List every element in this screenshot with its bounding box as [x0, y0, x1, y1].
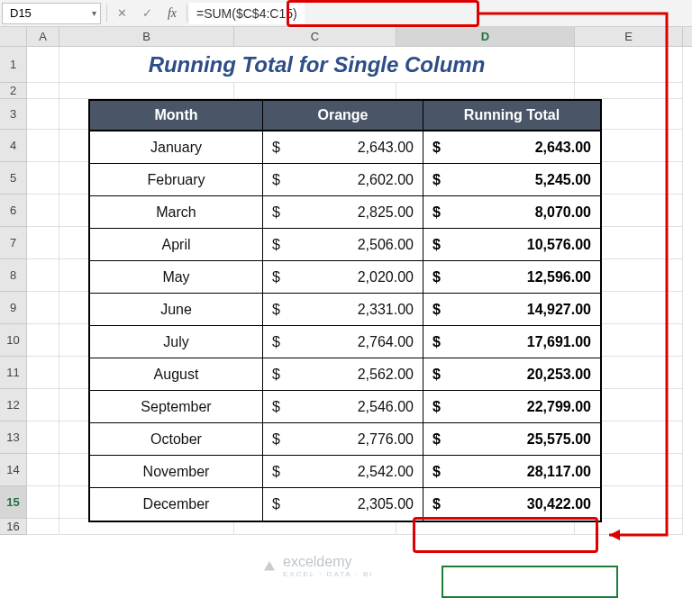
- table-row: January$2,643.00$2,643.00: [90, 131, 600, 164]
- row-header-6[interactable]: 6: [0, 195, 27, 227]
- cell-month[interactable]: September: [90, 391, 263, 423]
- cell-orange[interactable]: $2,020.00: [263, 261, 423, 294]
- confirm-button[interactable]: ✓: [134, 3, 159, 24]
- cancel-icon: ✕: [117, 6, 127, 20]
- svg-marker-1: [264, 561, 275, 571]
- watermark: exceldemy EXCEL · DATA · BI: [261, 554, 374, 578]
- table-row: March$2,825.00$8,070.00: [90, 196, 600, 229]
- cell-running-total[interactable]: $10,576.00: [423, 229, 600, 261]
- cell-month[interactable]: August: [90, 358, 263, 391]
- cell-running-total[interactable]: $20,253.00: [423, 358, 600, 391]
- column-headers: A B C D E: [0, 27, 692, 47]
- col-header-A[interactable]: A: [27, 27, 59, 46]
- header-orange: Orange: [263, 101, 423, 131]
- fx-icon: fx: [168, 6, 177, 21]
- table-row: April$2,506.00$10,576.00: [90, 229, 600, 261]
- row-header-5[interactable]: 5: [0, 162, 27, 195]
- cell-month[interactable]: November: [90, 456, 263, 488]
- name-box[interactable]: D15 ▾: [2, 3, 101, 24]
- row-header-1[interactable]: 1: [0, 47, 27, 83]
- col-header-C[interactable]: C: [234, 27, 396, 46]
- header-running-total: Running Total: [423, 101, 600, 131]
- row-headers: 1 2 3 4 5 6 7 8 9 10 11 12 13 14 15 16: [0, 47, 27, 535]
- cell-month[interactable]: March: [90, 196, 263, 229]
- cell-month[interactable]: January: [90, 131, 263, 164]
- cell-month[interactable]: February: [90, 164, 263, 196]
- cell-month[interactable]: May: [90, 261, 263, 294]
- formula-bar: D15 ▾ ✕ ✓ fx =SUM($C$4:C15): [0, 0, 692, 27]
- name-box-dropdown-icon[interactable]: ▾: [92, 8, 96, 18]
- cell-running-total[interactable]: $14,927.00: [423, 294, 600, 326]
- cell-orange[interactable]: $2,776.00: [263, 423, 423, 456]
- formula-text: =SUM($C$4:C15): [196, 6, 297, 21]
- cell-orange[interactable]: $2,562.00: [263, 358, 423, 391]
- cell-running-total[interactable]: $17,691.00: [423, 326, 600, 358]
- table-row: September$2,546.00$22,799.00: [90, 391, 600, 423]
- table-row: October$2,776.00$25,575.00: [90, 423, 600, 456]
- cell-running-total[interactable]: $22,799.00: [423, 391, 600, 423]
- row-header-8[interactable]: 8: [0, 259, 27, 292]
- page-title: Running Total for Single Column: [59, 47, 575, 83]
- row-header-10[interactable]: 10: [0, 324, 27, 357]
- row-header-9[interactable]: 9: [0, 292, 27, 324]
- cell-running-total[interactable]: $30,422.00: [423, 488, 600, 521]
- cell-orange[interactable]: $2,602.00: [263, 164, 423, 196]
- row-header-13[interactable]: 13: [0, 421, 27, 454]
- cancel-button[interactable]: ✕: [109, 3, 134, 24]
- cell-orange[interactable]: $2,305.00: [263, 488, 423, 521]
- cell-running-total[interactable]: $2,643.00: [423, 131, 600, 164]
- worksheet[interactable]: Running Total for Single Column Month Or…: [27, 47, 692, 535]
- row-header-14[interactable]: 14: [0, 454, 27, 486]
- row-header-16[interactable]: 16: [0, 519, 27, 535]
- row-header-2[interactable]: 2: [0, 83, 27, 99]
- col-header-E[interactable]: E: [575, 27, 683, 46]
- header-month: Month: [90, 101, 263, 131]
- watermark-tagline: EXCEL · DATA · BI: [283, 570, 374, 578]
- data-table: Month Orange Running Total January$2,643…: [88, 99, 602, 522]
- cell-running-total[interactable]: $5,245.00: [423, 164, 600, 196]
- table-row: December$2,305.00$30,422.00: [90, 488, 600, 521]
- select-all-corner[interactable]: [0, 27, 27, 46]
- table-row: May$2,020.00$12,596.00: [90, 261, 600, 294]
- row-header-4[interactable]: 4: [0, 130, 27, 162]
- col-header-B[interactable]: B: [59, 27, 234, 46]
- selected-cell-outline: [442, 566, 618, 598]
- cell-month[interactable]: July: [90, 326, 263, 358]
- cell-orange[interactable]: $2,506.00: [263, 229, 423, 261]
- separator: [106, 5, 107, 23]
- cell-orange[interactable]: $2,546.00: [263, 391, 423, 423]
- cell-orange[interactable]: $2,764.00: [263, 326, 423, 358]
- row-header-11[interactable]: 11: [0, 357, 27, 389]
- insert-function-button[interactable]: fx: [159, 3, 185, 24]
- col-header-D[interactable]: D: [396, 27, 575, 46]
- formula-input[interactable]: =SUM($C$4:C15): [189, 3, 305, 24]
- name-box-value: D15: [10, 6, 32, 20]
- cell-month[interactable]: June: [90, 294, 263, 326]
- cell-orange[interactable]: $2,825.00: [263, 196, 423, 229]
- row-header-7[interactable]: 7: [0, 227, 27, 259]
- check-icon: ✓: [142, 6, 152, 20]
- cell-orange[interactable]: $2,331.00: [263, 294, 423, 326]
- cell-running-total[interactable]: $12,596.00: [423, 261, 600, 294]
- separator: [187, 5, 187, 23]
- cell-running-total[interactable]: $28,117.00: [423, 456, 600, 488]
- watermark-brand: exceldemy: [283, 554, 351, 569]
- row-header-15[interactable]: 15: [0, 486, 27, 519]
- cell-month[interactable]: October: [90, 423, 263, 456]
- cell-running-total[interactable]: $25,575.00: [423, 423, 600, 456]
- cell-orange[interactable]: $2,542.00: [263, 456, 423, 488]
- table-row: February$2,602.00$5,245.00: [90, 164, 600, 196]
- row-header-12[interactable]: 12: [0, 389, 27, 421]
- table-row: August$2,562.00$20,253.00: [90, 358, 600, 391]
- row-header-3[interactable]: 3: [0, 99, 27, 130]
- cell-orange[interactable]: $2,643.00: [263, 131, 423, 164]
- table-row: November$2,542.00$28,117.00: [90, 456, 600, 488]
- cell-month[interactable]: April: [90, 229, 263, 261]
- watermark-icon: [261, 558, 278, 575]
- table-row: July$2,764.00$17,691.00: [90, 326, 600, 358]
- table-row: June$2,331.00$14,927.00: [90, 294, 600, 326]
- cell-month[interactable]: December: [90, 488, 263, 521]
- cell-running-total[interactable]: $8,070.00: [423, 196, 600, 229]
